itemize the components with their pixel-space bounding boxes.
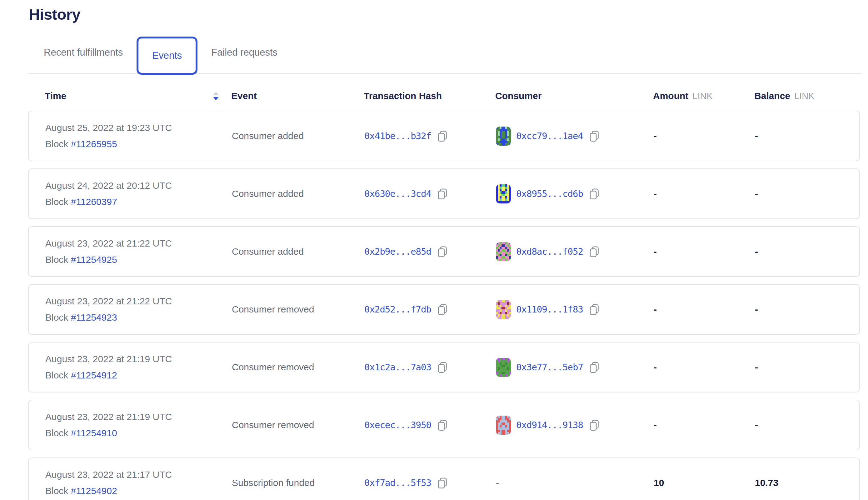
copy-icon[interactable]	[436, 304, 448, 315]
amount-value: -	[654, 420, 755, 430]
copy-icon[interactable]	[436, 361, 448, 373]
block-label: Block	[45, 312, 68, 322]
consumer-address-link[interactable]: 0xcc79...1ae4	[516, 130, 583, 141]
table-body: August 25, 2022 at 19:23 UTC Block #1126…	[0, 106, 868, 500]
consumer-address-link[interactable]: 0xd914...9138	[516, 420, 583, 430]
copy-icon[interactable]	[436, 130, 448, 142]
block-number-link[interactable]: #11260397	[71, 196, 117, 207]
row-date: August 23, 2022 at 21:19 UTC	[45, 412, 232, 422]
copy-icon[interactable]	[588, 304, 600, 315]
amount-value: -	[654, 362, 755, 373]
tx-hash-link[interactable]: 0x1c2a...7a03	[364, 362, 431, 373]
tx-hash-link[interactable]: 0x41be...b32f	[364, 130, 431, 141]
event-type: Consumer added	[232, 246, 364, 257]
block-label: Block	[45, 139, 68, 149]
tx-hash-link[interactable]: 0x2b9e...e85d	[364, 246, 431, 257]
event-type: Consumer removed	[232, 420, 364, 430]
copy-icon[interactable]	[588, 188, 600, 200]
balance-value: -	[755, 362, 859, 373]
block-label: Block	[45, 196, 68, 207]
table-row: August 23, 2022 at 21:19 UTC Block #1125…	[28, 342, 860, 393]
row-date: August 25, 2022 at 19:23 UTC	[45, 123, 232, 133]
block-number-link[interactable]: #11254923	[71, 312, 117, 322]
tx-hash-link[interactable]: 0x2d52...f7db	[364, 304, 431, 315]
amount-value: -	[654, 189, 755, 199]
block-number-link[interactable]: #11254925	[71, 254, 117, 265]
amount-value: -	[654, 304, 755, 315]
consumer-address-link[interactable]: 0x3e77...5eb7	[516, 362, 583, 373]
copy-icon[interactable]	[588, 361, 600, 373]
balance-value: -	[755, 130, 859, 141]
table-row: August 23, 2022 at 21:17 UTC Block #1125…	[28, 457, 860, 500]
consumer-address-link[interactable]: 0x1109...1f83	[516, 304, 583, 315]
block-number-link[interactable]: #11254912	[71, 370, 117, 380]
block-label: Block	[45, 370, 68, 380]
block-number-link[interactable]: #11254902	[71, 486, 117, 496]
amount-value: 10	[654, 477, 755, 488]
copy-icon[interactable]	[436, 188, 448, 200]
block-label: Block	[45, 254, 68, 265]
column-header-time[interactable]: Time	[45, 91, 231, 101]
table-row: August 23, 2022 at 21:22 UTC Block #1125…	[28, 284, 860, 335]
block-number-link[interactable]: #11254910	[71, 428, 117, 438]
balance-value: -	[755, 420, 859, 430]
row-date: August 23, 2022 at 21:22 UTC	[45, 239, 232, 248]
tab-bar: Recent fulfillments Events Failed reques…	[0, 31, 868, 74]
copy-icon[interactable]	[588, 130, 600, 142]
consumer-avatar	[496, 300, 511, 319]
block-number-link[interactable]: #11265955	[71, 139, 117, 149]
tx-hash-link[interactable]: 0x630e...3cd4	[364, 189, 431, 199]
amount-value: -	[654, 246, 755, 257]
column-header-amount: AmountLINK	[653, 91, 754, 101]
table-header: Time Event Transaction Hash Consumer Amo…	[0, 86, 868, 106]
sort-descending-icon[interactable]	[213, 92, 219, 100]
table-row: August 23, 2022 at 21:19 UTC Block #1125…	[28, 400, 860, 450]
consumer-address-link[interactable]: 0x8955...cd6b	[516, 189, 583, 199]
consumer-avatar	[496, 242, 511, 261]
copy-icon[interactable]	[588, 246, 600, 258]
consumer-empty: -	[496, 477, 499, 488]
event-type: Consumer removed	[232, 362, 364, 373]
consumer-avatar	[496, 358, 511, 377]
balance-value: 10.73	[755, 477, 859, 488]
tab-events[interactable]: Events	[137, 36, 197, 75]
balance-value: -	[755, 189, 859, 199]
column-header-time-label: Time	[45, 91, 66, 101]
table-row: August 24, 2022 at 20:12 UTC Block #1126…	[28, 168, 860, 219]
tx-hash-link[interactable]: 0xecec...3950	[364, 420, 431, 430]
balance-value: -	[755, 246, 859, 257]
history-page: History Recent fulfillments Events Faile…	[0, 5, 868, 500]
balance-unit-label: LINK	[794, 91, 814, 101]
event-type: Consumer added	[232, 130, 364, 141]
row-date: August 23, 2022 at 21:22 UTC	[45, 297, 232, 306]
table-row: August 25, 2022 at 19:23 UTC Block #1126…	[28, 111, 860, 161]
column-header-balance: BalanceLINK	[754, 91, 859, 101]
table-row: August 23, 2022 at 21:22 UTC Block #1125…	[28, 226, 860, 277]
tx-hash-link[interactable]: 0xf7ad...5f53	[364, 477, 431, 488]
consumer-avatar	[496, 416, 511, 435]
consumer-avatar	[496, 127, 511, 146]
column-header-consumer: Consumer	[495, 91, 653, 101]
row-date: August 24, 2022 at 20:12 UTC	[45, 181, 232, 190]
row-date: August 23, 2022 at 21:17 UTC	[45, 470, 232, 479]
block-label: Block	[45, 428, 68, 438]
block-label: Block	[45, 486, 68, 496]
event-type: Consumer removed	[232, 304, 364, 315]
tab-recent-fulfillments[interactable]: Recent fulfillments	[44, 47, 123, 58]
consumer-avatar	[496, 184, 511, 203]
row-date: August 23, 2022 at 21:19 UTC	[45, 354, 232, 364]
amount-value: -	[654, 130, 755, 141]
tab-failed-requests[interactable]: Failed requests	[211, 47, 277, 58]
column-header-transaction-hash: Transaction Hash	[364, 91, 495, 101]
column-header-event: Event	[231, 91, 364, 101]
amount-unit-label: LINK	[693, 91, 712, 101]
event-type: Consumer added	[232, 189, 364, 199]
event-type: Subscription funded	[232, 477, 364, 488]
copy-icon[interactable]	[436, 477, 448, 489]
balance-value: -	[755, 304, 859, 315]
copy-icon[interactable]	[436, 419, 448, 431]
consumer-address-link[interactable]: 0xd8ac...f052	[516, 246, 583, 257]
page-title: History	[29, 5, 868, 23]
copy-icon[interactable]	[436, 246, 448, 258]
copy-icon[interactable]	[588, 419, 600, 431]
